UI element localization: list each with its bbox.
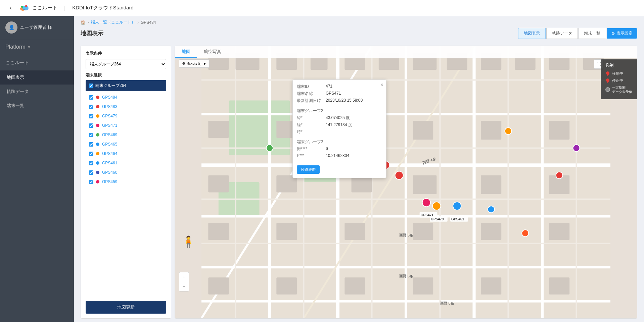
svg-rect-66 xyxy=(549,277,569,294)
chevron-down-icon: ▼ xyxy=(203,62,206,66)
svg-point-78 xyxy=(505,128,511,135)
breadcrumb-sep2: › xyxy=(137,20,139,25)
device-item-gps479[interactable]: GPS479 xyxy=(86,111,166,121)
filter-section: 表示条件 端末グループ264 xyxy=(81,46,171,69)
popup-label-time: 時* xyxy=(297,129,324,135)
device-label-gps464: GPS464 xyxy=(102,151,117,156)
settings-icon: ⚙ xyxy=(182,61,185,66)
left-panel: 表示条件 端末グループ264 端末選択 端末グループ264 GPS484 xyxy=(81,46,171,319)
tab-display-settings[interactable]: ⚙ 表示設定 xyxy=(607,28,637,39)
main-content: 🏠 › 端末一覧（ここルート） › GPS484 地図表示 地図表示 軌跡データ… xyxy=(74,16,644,322)
group-checkbox[interactable] xyxy=(89,84,93,88)
popup-label-lat: 緯* xyxy=(297,115,324,121)
checkbox-gps479[interactable] xyxy=(89,114,93,118)
map-container: GPS471 GPS479 GPS461 西野 4条 西野 5条 西野 6条 西… xyxy=(175,46,637,319)
svg-rect-56 xyxy=(276,223,297,240)
tab-map-display[interactable]: 地図表示 xyxy=(518,28,546,39)
device-label-gps465: GPS465 xyxy=(102,142,117,147)
legend-title: 凡例 xyxy=(605,63,632,68)
device-item-gps464[interactable]: GPS464 xyxy=(86,149,166,158)
settings-label: 表示設定 xyxy=(616,31,633,36)
color-dot-gps459 xyxy=(96,180,99,183)
breadcrumb-device-list[interactable]: 端末一覧（ここルート） xyxy=(91,19,135,25)
svg-text:西野 6条: 西野 6条 xyxy=(399,274,413,278)
checkbox-gps484[interactable] xyxy=(89,95,93,100)
color-dot-gps469 xyxy=(96,133,99,137)
tab-device-list[interactable]: 端末一覧 xyxy=(579,28,606,39)
svg-rect-65 xyxy=(481,277,501,294)
device-label-gps460: GPS460 xyxy=(102,170,117,175)
popup-close-button[interactable]: × xyxy=(380,82,383,88)
checkbox-gps460[interactable] xyxy=(89,170,93,175)
breadcrumb: 🏠 › 端末一覧（ここルート） › GPS484 xyxy=(81,19,637,25)
svg-rect-55 xyxy=(208,223,229,240)
settings-text: 表示設定 xyxy=(187,61,201,66)
zoom-in-button[interactable]: + xyxy=(179,272,189,282)
device-label-gps471: GPS471 xyxy=(102,123,117,128)
checkbox-gps469[interactable] xyxy=(89,133,93,137)
gps-popup: × 端末ID 471 端末名称 GPS471 最新計測日時 2023/10/23… xyxy=(292,79,386,178)
sidebar-item-trajectory[interactable]: 軌跡データ xyxy=(0,85,74,99)
device-label-gps459: GPS459 xyxy=(102,179,117,184)
map-update-button[interactable]: 地図更新 xyxy=(86,301,166,314)
map-display-settings[interactable]: ⚙ 表示設定 ▼ xyxy=(179,59,210,68)
svg-point-4 xyxy=(21,6,23,8)
route-history-button[interactable]: 経路履歴 xyxy=(297,165,320,174)
sidebar-item-map[interactable]: 地図表示 xyxy=(0,70,74,85)
street-view-person[interactable]: 🧍 xyxy=(182,235,191,251)
checkbox-gps459[interactable] xyxy=(89,180,93,184)
sidebar: 👤 ユーザ管理者 様 Platform ▼ ここルート 地図表示 軌跡データ 端… xyxy=(0,16,74,322)
topbar: ‹ ここルート | KDDI IoTクラウドStandard xyxy=(0,0,644,16)
tab-trajectory[interactable]: 軌跡データ xyxy=(546,28,578,39)
device-label-gps461: GPS461 xyxy=(102,161,117,165)
map-tabs: 地図 航空写真 xyxy=(175,46,637,58)
device-item-gps469[interactable]: GPS469 xyxy=(86,130,166,140)
device-label-gps469: GPS469 xyxy=(102,132,117,137)
checkbox-gps471[interactable] xyxy=(89,123,93,128)
group-select[interactable]: 端末グループ264 xyxy=(86,59,166,69)
map-zoom-controls: + − xyxy=(179,272,189,291)
checkbox-gps465[interactable] xyxy=(89,142,93,147)
service-name: KDDI IoTクラウドStandard xyxy=(72,5,134,11)
color-dot-gps483 xyxy=(96,105,99,108)
legend-item-moving: 移動中 xyxy=(605,71,632,76)
popup-value-id: 471 xyxy=(326,84,332,90)
svg-point-3 xyxy=(25,5,27,7)
color-dot-gps460 xyxy=(96,171,99,174)
device-item-gps484[interactable]: GPS484 xyxy=(86,93,166,102)
header-tabs: 地図表示 軌跡データ 端末一覧 ⚙ 表示設定 xyxy=(518,28,637,39)
svg-rect-58 xyxy=(413,223,433,240)
svg-rect-64 xyxy=(413,277,433,294)
gear-icon: ⚙ xyxy=(611,31,615,36)
popup-label-street: 街**** xyxy=(297,146,324,152)
platform-menu[interactable]: Platform ▼ xyxy=(0,39,74,55)
device-item-gps461[interactable]: GPS461 xyxy=(86,158,166,168)
device-item-gps483[interactable]: GPS483 xyxy=(86,102,166,111)
device-item-gps459[interactable]: GPS459 xyxy=(86,177,166,186)
svg-rect-48 xyxy=(549,121,569,140)
popup-value-street: 6 xyxy=(326,146,328,152)
device-item-gps471[interactable]: GPS471 xyxy=(86,121,166,130)
color-dot-gps461 xyxy=(96,161,99,165)
device-group-header[interactable]: 端末グループ264 xyxy=(86,80,166,91)
platform-arrow-icon: ▼ xyxy=(28,45,31,49)
checkbox-gps483[interactable] xyxy=(89,105,93,109)
page-header: 🏠 › 端末一覧（ここルート） › GPS484 地図表示 地図表示 軌跡データ… xyxy=(74,16,644,42)
legend-label-no-data: 一定期間データ未受信 xyxy=(612,85,632,94)
device-section-title: 端末選択 xyxy=(86,72,166,78)
svg-rect-63 xyxy=(344,277,365,294)
device-item-gps465[interactable]: GPS465 xyxy=(86,140,166,149)
checkbox-gps461[interactable] xyxy=(89,161,93,165)
popup-row-lon: 経* 141.279134 度 xyxy=(297,122,382,128)
zoom-out-button[interactable]: − xyxy=(179,282,189,291)
map-tab-map[interactable]: 地図 xyxy=(175,46,197,58)
device-label-gps479: GPS479 xyxy=(102,114,117,118)
device-item-gps460[interactable]: GPS460 xyxy=(86,168,166,177)
home-icon[interactable]: 🏠 xyxy=(81,20,86,25)
popup-row-id: 端末ID 471 xyxy=(297,84,382,90)
sidebar-item-device-list[interactable]: 端末一覧 xyxy=(0,99,74,113)
svg-point-81 xyxy=(488,206,495,213)
checkbox-gps464[interactable] xyxy=(89,152,93,156)
map-tab-aerial[interactable]: 航空写真 xyxy=(197,46,228,58)
back-button[interactable]: ‹ xyxy=(5,3,16,13)
